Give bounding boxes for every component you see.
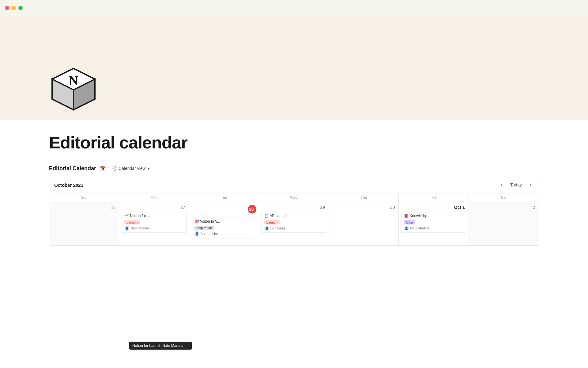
tooltip-text: Notion for Launch Nate Martins (132, 343, 183, 348)
event-title: 📕 Knowledg... (404, 214, 463, 218)
event-card-notion-for-launch[interactable]: 🌱 Notion for ... Launch 👤 Nate Martins (122, 212, 186, 233)
event-title: 🎯 Vision to V... (194, 219, 254, 224)
event-card-vision-to-v[interactable]: 🎯 Vision to V... Inspiration 👤 Andrea Li… (192, 217, 256, 238)
day-header-wed: Wed (259, 193, 329, 202)
cell-date-today: 28 (248, 205, 256, 213)
calendar-nav-right: ‹ Today › (498, 181, 534, 189)
day-header-mon: Mon (119, 193, 189, 202)
tooltip-popup: Notion for Launch Nate Martins (129, 342, 192, 350)
calendar-cell-sep26: 26 (49, 202, 119, 245)
view-label: 🕐 Calendar view (112, 166, 146, 171)
close-button[interactable] (5, 6, 9, 10)
event-tag: Launch (124, 219, 183, 226)
event-title: 🌱 Notion for ... (124, 214, 183, 218)
event-author: 👤 Ben Lang (264, 226, 323, 231)
author-name: Nate Martins (410, 226, 429, 230)
svg-text:N: N (69, 73, 78, 88)
day-headers: Sun Mon Tue Wed Thu Fri Sat (49, 193, 539, 202)
page-content: Editorial calendar Editorial Calendar 📅 … (0, 120, 588, 246)
page-title: Editorial calendar (49, 132, 539, 152)
calendar-cell-sep28: 28 🎯 Vision to V... Inspiration 👤 Andrea… (189, 202, 259, 245)
calendar-month-label: October 2021 (54, 182, 83, 188)
calendar-cell-oct1: Oct 1 📕 Knowledg... Blog 👤 Nate Martins (399, 202, 469, 245)
cell-date: 30 (331, 205, 396, 210)
calendar-nav: October 2021 ‹ Today › (49, 177, 539, 193)
event-title: 📋 API launch (264, 214, 323, 218)
cell-date: 2 (471, 205, 536, 210)
titlebar (0, 0, 588, 16)
event-tag: Inspiration (194, 225, 254, 231)
author-name: Andrea Lim (201, 232, 218, 236)
database-header: Editorial Calendar 📅 🕐 Calendar view ▾ (49, 165, 539, 172)
cover-area: N (0, 16, 588, 120)
author-avatar-icon: 👤 (194, 231, 199, 236)
notion-logo-icon: N (49, 64, 98, 113)
author-avatar-icon: 👤 (404, 226, 409, 231)
author-name: Ben Lang (270, 226, 285, 230)
today-button[interactable]: Today (507, 181, 525, 189)
next-month-button[interactable]: › (527, 181, 534, 189)
calendar-cell-sep30: 30 (329, 202, 399, 245)
cell-date: 29 (262, 205, 326, 210)
day-header-sun: Sun (49, 193, 119, 202)
day-header-thu: Thu (329, 193, 399, 202)
calendar-cell-sep27: 27 🌱 Notion for ... Launch 👤 Nate Martin… (119, 202, 189, 245)
blog-tag: Blog (404, 220, 415, 224)
day-header-sat: Sat (469, 193, 539, 202)
database-name: Editorial Calendar (49, 165, 96, 172)
prev-month-button[interactable]: ‹ (498, 181, 505, 189)
calendar-grid: 26 27 🌱 Notion for ... Launch 👤 Nate Mar… (49, 202, 539, 245)
launch-tag: Launch (124, 220, 140, 224)
event-tag: Blog (404, 219, 463, 226)
calendar-cell-sep29: 29 📋 API launch Launch 👤 Ben Lang (259, 202, 329, 245)
cell-date: 27 (122, 205, 186, 210)
launch-tag: Launch (264, 220, 280, 224)
event-author: 👤 Nate Martins (124, 226, 183, 231)
event-card-api-launch[interactable]: 📋 API launch Launch 👤 Ben Lang (262, 212, 326, 233)
calendar-container: October 2021 ‹ Today › Sun Mon Tue Wed T… (49, 177, 539, 246)
minimize-button[interactable] (12, 6, 16, 10)
author-name: Nate Martins (130, 226, 149, 230)
event-card-knowledge[interactable]: 📕 Knowledg... Blog 👤 Nate Martins (401, 212, 466, 233)
inspiration-tag: Inspiration (194, 226, 214, 230)
cell-date: Oct 1 (401, 205, 466, 210)
author-avatar-icon: 👤 (264, 226, 269, 231)
calendar-cell-oct2: 2 (469, 202, 539, 245)
author-avatar-icon: 👤 (124, 226, 129, 231)
event-author: 👤 Andrea Lim (194, 231, 254, 236)
chevron-down-icon: ▾ (148, 166, 150, 171)
event-author: 👤 Nate Martins (404, 226, 463, 231)
database-icon: 📅 (100, 166, 106, 171)
day-header-fri: Fri (399, 193, 469, 202)
view-selector[interactable]: 🕐 Calendar view ▾ (110, 165, 152, 172)
day-header-tue: Tue (189, 193, 259, 202)
maximize-button[interactable] (18, 6, 23, 10)
event-tag: Launch (264, 219, 323, 226)
cell-date: 26 (52, 205, 116, 210)
